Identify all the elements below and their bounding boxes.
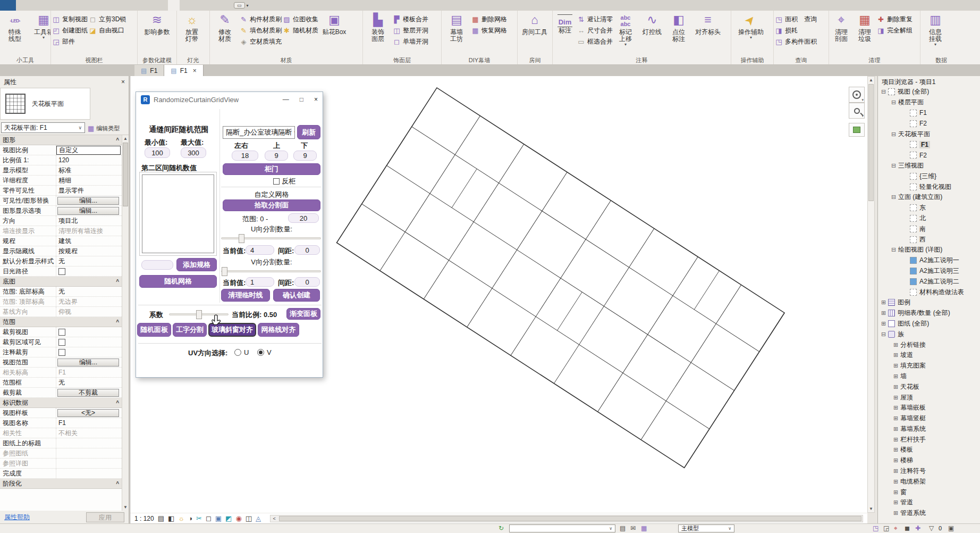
align-header-button[interactable]: ≡ 对齐标头 — [691, 12, 724, 36]
property-value[interactable] — [56, 339, 122, 346]
tree-item[interactable]: F2 — [878, 150, 980, 161]
tree-item[interactable]: ⊞ 填充图案 — [878, 361, 980, 371]
tree-item[interactable]: {三维} — [878, 171, 980, 181]
tree-expander-icon[interactable]: ⊞ — [893, 426, 899, 432]
scroll-down-icon[interactable]: ▼ — [868, 505, 874, 512]
property-value[interactable]: 编辑... — [57, 359, 119, 367]
ribbon-small-button[interactable]: ✎填色材质刷 — [240, 26, 282, 35]
menu-item[interactable] — [51, 0, 63, 11]
tree-item[interactable]: ⊟ 三维视图 — [878, 161, 980, 171]
v-gap-input[interactable]: 0 — [294, 277, 320, 287]
random-grid-button[interactable]: 随机网格 — [139, 275, 217, 288]
property-value[interactable]: 无 — [56, 378, 122, 387]
tree-item[interactable]: 南 — [878, 223, 980, 234]
reverse-cabinet-checkbox[interactable] — [273, 178, 280, 185]
v-current-input[interactable]: 1 — [246, 277, 274, 287]
design-options-dropdown[interactable]: 主模型 ∨ — [678, 524, 734, 532]
slider-thumb[interactable] — [196, 310, 202, 319]
tree-item[interactable]: ⊟ 族 — [878, 329, 980, 339]
tree-expander-icon[interactable]: ⊞ — [893, 447, 899, 453]
tree-item[interactable]: F1 — [878, 139, 980, 150]
menu-item[interactable] — [63, 0, 74, 11]
tree-item[interactable]: ⊞ 幕墙系统 — [878, 424, 980, 435]
coefficient-slider[interactable] — [169, 313, 229, 315]
ribbon-small-button[interactable]: ◫整层开洞 — [393, 26, 428, 35]
tree-expander-icon[interactable]: ⊞ — [881, 310, 886, 316]
scroll-down-icon[interactable]: ▼ — [122, 504, 129, 511]
ribbon-small-button[interactable]: ◳多构件面积 — [775, 37, 817, 46]
tree-item[interactable]: ⊞ 楼板 — [878, 445, 980, 455]
drag-on-selection-icon[interactable]: ✚ — [915, 524, 920, 532]
menu-item[interactable] — [109, 0, 121, 11]
tree-expander-icon[interactable]: ⊞ — [893, 457, 899, 463]
tree-item[interactable]: ⊞ 注释符号 — [878, 466, 980, 477]
info-mount-button[interactable]: ▥ 信息 挂载 ▾ — [922, 12, 949, 47]
ribbon-small-button[interactable]: ◰创建图纸 — [52, 26, 88, 35]
property-value[interactable] — [56, 268, 122, 275]
influence-params-button[interactable]: ≋ 影响参数 — [140, 12, 174, 36]
minimize-icon[interactable]: — — [283, 96, 289, 103]
properties-help-link[interactable]: 属性帮助 — [4, 513, 30, 522]
select-by-face-icon[interactable]: ◼ — [905, 524, 910, 532]
property-value[interactable]: <无> — [57, 409, 119, 417]
tree-item[interactable]: ⊟ 楼层平面 — [878, 97, 980, 108]
gradient-panel-button[interactable]: 渐变面板 — [286, 308, 320, 320]
slider-thumb[interactable] — [239, 234, 244, 243]
clean-temp-lines-button[interactable]: 清理临时线 — [221, 289, 270, 302]
tree-expander-icon[interactable]: ⊞ — [893, 405, 899, 411]
u-split-slider[interactable] — [221, 237, 321, 239]
tree-item[interactable]: ⊞ 图例 — [878, 297, 980, 308]
tree-item[interactable]: ⊞ 窗 — [878, 487, 980, 497]
bottom-input[interactable]: 9 — [293, 151, 317, 161]
tree-item[interactable]: F1 — [878, 108, 980, 119]
tree-item[interactable]: ⊞ 幕墙竖梃 — [878, 413, 980, 424]
tree-expander-icon[interactable]: ⊞ — [893, 468, 899, 474]
ribbon-small-button[interactable]: ◈空材质填充 — [240, 37, 282, 46]
ribbon-small-button[interactable]: ✚删除重复 — [877, 15, 913, 24]
select-underlay-icon[interactable]: ◲ — [883, 524, 889, 532]
menu-item[interactable] — [145, 0, 156, 11]
tree-expander-icon[interactable]: ⊞ — [893, 510, 899, 516]
point-dimension-button[interactable]: ◧ 点位 标注 — [667, 12, 690, 43]
menu-item[interactable] — [74, 0, 86, 11]
tree-expander-icon[interactable]: ⊟ — [891, 194, 897, 200]
menu-item[interactable] — [28, 0, 39, 11]
tree-item[interactable]: 东 — [878, 203, 980, 213]
steering-wheel-button[interactable]: ▾ — [849, 87, 865, 103]
tree-expander-icon[interactable]: ⊞ — [893, 479, 899, 485]
sun-path-icon[interactable]: ☼ — [178, 515, 184, 522]
tree-expander-icon[interactable]: ⊞ — [893, 499, 899, 505]
tree-item[interactable]: ⊞ 分析链接 — [878, 339, 980, 350]
tree-expander-icon[interactable]: ⊞ — [893, 363, 899, 369]
tree-expander-icon[interactable]: ⊞ — [893, 373, 899, 379]
view-tab-f1-inactive[interactable]: ▤ F1 — [134, 65, 164, 76]
tree-expander-icon[interactable]: ⊞ — [893, 415, 899, 421]
scrollbar-thumb[interactable] — [279, 516, 861, 521]
dialog-title-bar[interactable]: R RandomizeCurtainGridView — □ × — [136, 92, 323, 107]
leftright-input[interactable]: 18 — [232, 151, 258, 161]
menu-item[interactable] — [203, 0, 215, 11]
tree-item[interactable]: 材料构造做法表 — [878, 287, 980, 297]
crop-view-icon[interactable]: ✂ — [196, 515, 202, 522]
tree-expander-icon[interactable]: ⊞ — [893, 352, 899, 358]
ribbon-small-button[interactable]: ◨损耗 — [775, 26, 817, 35]
ribbon-small-button[interactable]: ⇅避让清零 — [577, 15, 613, 24]
confirm-create-button[interactable]: 确认创建 — [273, 289, 320, 302]
tree-item[interactable]: ⊞ 明细表/数量 (全部) — [878, 308, 980, 319]
special-linetype-button[interactable]: -LED- 特殊 线型 — [1, 12, 29, 43]
menu-item[interactable] — [39, 0, 51, 11]
temporary-view-icon[interactable]: ◫ — [246, 515, 252, 522]
light-control-line-button[interactable]: ∿ 灯控线 — [638, 12, 666, 36]
tree-item[interactable]: ⊞ 电缆桥架 — [878, 476, 980, 487]
ribbon-small-button[interactable]: ↔尺寸合并 — [577, 26, 613, 35]
property-value[interactable]: 无 — [56, 287, 122, 296]
property-value[interactable]: 精细 — [56, 176, 122, 185]
properties-scrollbar[interactable]: ▲ ▼ — [122, 135, 129, 511]
type-preview[interactable]: 天花板平面 — [0, 88, 90, 120]
random-panel-button[interactable]: 随机面板 — [137, 323, 171, 337]
property-value[interactable]: 120 — [56, 156, 122, 164]
property-value[interactable]: 无边界 — [56, 297, 122, 306]
zoom-button[interactable]: ▾ — [849, 103, 865, 119]
tree-expander-icon[interactable]: ⊟ — [891, 131, 897, 137]
property-value[interactable]: 按规程 — [56, 247, 122, 256]
